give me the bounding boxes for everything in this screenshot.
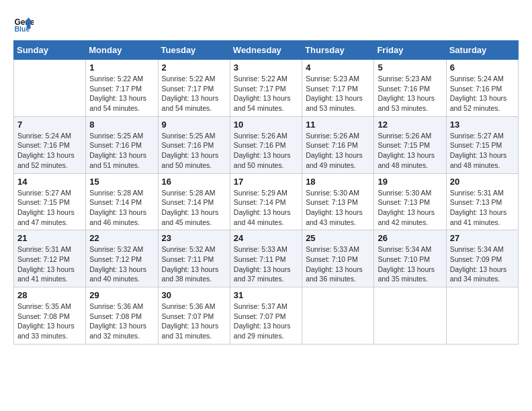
day-number: 19 xyxy=(378,177,442,187)
day-cell: 15 Sunrise: 5:28 AMSunset: 7:14 PMDaylig… xyxy=(86,173,158,230)
day-info: Sunrise: 5:26 AMSunset: 7:16 PMDaylight:… xyxy=(234,131,298,171)
day-info: Sunrise: 5:35 AMSunset: 7:08 PMDaylight:… xyxy=(17,302,82,341)
day-info: Sunrise: 5:24 AMSunset: 7:16 PMDaylight:… xyxy=(450,74,515,113)
day-number: 6 xyxy=(450,62,515,73)
day-info: Sunrise: 5:34 AMSunset: 7:09 PMDaylight:… xyxy=(450,244,515,284)
day-number: 12 xyxy=(378,120,442,130)
day-cell: 4 Sunrise: 5:23 AMSunset: 7:17 PMDayligh… xyxy=(302,60,374,117)
day-info: Sunrise: 5:22 AMSunset: 7:17 PMDaylight:… xyxy=(234,74,298,113)
day-info: Sunrise: 5:33 AMSunset: 7:11 PMDaylight:… xyxy=(234,244,298,284)
day-cell: 5 Sunrise: 5:23 AMSunset: 7:16 PMDayligh… xyxy=(374,60,446,117)
day-info: Sunrise: 5:36 AMSunset: 7:08 PMDaylight:… xyxy=(89,302,154,341)
day-number: 3 xyxy=(234,62,298,73)
day-info: Sunrise: 5:25 AMSunset: 7:16 PMDaylight:… xyxy=(89,131,154,171)
day-info: Sunrise: 5:22 AMSunset: 7:17 PMDaylight:… xyxy=(89,74,154,113)
day-number: 18 xyxy=(306,177,370,187)
day-cell xyxy=(302,287,374,345)
day-number: 5 xyxy=(378,62,442,73)
day-info: Sunrise: 5:23 AMSunset: 7:17 PMDaylight:… xyxy=(306,74,370,113)
day-number: 11 xyxy=(306,120,370,130)
day-cell: 18 Sunrise: 5:30 AMSunset: 7:13 PMDaylig… xyxy=(302,173,374,230)
day-cell: 10 Sunrise: 5:26 AMSunset: 7:16 PMDaylig… xyxy=(230,116,302,173)
weekday-header-wednesday: Wednesday xyxy=(230,41,302,60)
day-number: 23 xyxy=(162,233,226,243)
day-number: 8 xyxy=(89,120,154,130)
day-info: Sunrise: 5:27 AMSunset: 7:15 PMDaylight:… xyxy=(17,188,82,228)
day-info: Sunrise: 5:23 AMSunset: 7:16 PMDaylight:… xyxy=(378,74,442,113)
day-number: 13 xyxy=(450,120,515,130)
day-info: Sunrise: 5:30 AMSunset: 7:13 PMDaylight:… xyxy=(306,188,370,228)
day-cell: 11 Sunrise: 5:26 AMSunset: 7:16 PMDaylig… xyxy=(302,116,374,173)
week-row-1: 1 Sunrise: 5:22 AMSunset: 7:17 PMDayligh… xyxy=(14,60,519,117)
day-info: Sunrise: 5:30 AMSunset: 7:13 PMDaylight:… xyxy=(378,188,442,228)
logo-icon: General Blue xyxy=(13,13,34,34)
day-cell: 26 Sunrise: 5:34 AMSunset: 7:10 PMDaylig… xyxy=(374,230,446,287)
week-row-4: 21 Sunrise: 5:31 AMSunset: 7:12 PMDaylig… xyxy=(14,230,519,287)
day-number: 27 xyxy=(450,233,515,243)
day-info: Sunrise: 5:28 AMSunset: 7:14 PMDaylight:… xyxy=(89,188,154,228)
weekday-header-sunday: Sunday xyxy=(14,41,86,60)
day-number: 4 xyxy=(306,62,370,73)
calendar-table: SundayMondayTuesdayWednesdayThursdayFrid… xyxy=(13,40,519,345)
day-cell: 17 Sunrise: 5:29 AMSunset: 7:14 PMDaylig… xyxy=(230,173,302,230)
day-info: Sunrise: 5:34 AMSunset: 7:10 PMDaylight:… xyxy=(378,244,442,284)
weekday-header-saturday: Saturday xyxy=(446,41,518,60)
day-number: 21 xyxy=(17,233,82,243)
day-number: 29 xyxy=(89,290,154,300)
day-number: 2 xyxy=(162,62,226,73)
day-cell: 7 Sunrise: 5:24 AMSunset: 7:16 PMDayligh… xyxy=(14,116,86,173)
day-cell: 23 Sunrise: 5:32 AMSunset: 7:11 PMDaylig… xyxy=(158,230,230,287)
logo: General Blue xyxy=(13,13,34,34)
day-cell: 28 Sunrise: 5:35 AMSunset: 7:08 PMDaylig… xyxy=(14,287,86,345)
day-number: 9 xyxy=(162,120,226,130)
day-info: Sunrise: 5:26 AMSunset: 7:16 PMDaylight:… xyxy=(306,131,370,171)
day-cell: 3 Sunrise: 5:22 AMSunset: 7:17 PMDayligh… xyxy=(230,60,302,117)
day-number: 16 xyxy=(162,177,226,187)
day-cell xyxy=(446,287,518,345)
day-cell: 20 Sunrise: 5:31 AMSunset: 7:13 PMDaylig… xyxy=(446,173,518,230)
day-cell: 24 Sunrise: 5:33 AMSunset: 7:11 PMDaylig… xyxy=(230,230,302,287)
page-header: General Blue xyxy=(13,13,519,34)
day-info: Sunrise: 5:29 AMSunset: 7:14 PMDaylight:… xyxy=(234,188,298,228)
day-cell: 1 Sunrise: 5:22 AMSunset: 7:17 PMDayligh… xyxy=(86,60,158,117)
day-cell: 16 Sunrise: 5:28 AMSunset: 7:14 PMDaylig… xyxy=(158,173,230,230)
day-number: 14 xyxy=(17,177,82,187)
weekday-header-tuesday: Tuesday xyxy=(158,41,230,60)
day-number: 24 xyxy=(234,233,298,243)
weekday-header-monday: Monday xyxy=(86,41,158,60)
day-cell: 14 Sunrise: 5:27 AMSunset: 7:15 PMDaylig… xyxy=(14,173,86,230)
day-number: 17 xyxy=(234,177,298,187)
day-info: Sunrise: 5:22 AMSunset: 7:17 PMDaylight:… xyxy=(162,74,226,113)
day-cell: 9 Sunrise: 5:25 AMSunset: 7:16 PMDayligh… xyxy=(158,116,230,173)
day-cell: 27 Sunrise: 5:34 AMSunset: 7:09 PMDaylig… xyxy=(446,230,518,287)
day-info: Sunrise: 5:37 AMSunset: 7:07 PMDaylight:… xyxy=(234,302,298,341)
day-info: Sunrise: 5:27 AMSunset: 7:15 PMDaylight:… xyxy=(450,131,515,171)
day-cell: 25 Sunrise: 5:33 AMSunset: 7:10 PMDaylig… xyxy=(302,230,374,287)
day-cell: 6 Sunrise: 5:24 AMSunset: 7:16 PMDayligh… xyxy=(446,60,518,117)
day-cell: 2 Sunrise: 5:22 AMSunset: 7:17 PMDayligh… xyxy=(158,60,230,117)
weekday-header-row: SundayMondayTuesdayWednesdayThursdayFrid… xyxy=(14,41,519,60)
day-number: 25 xyxy=(306,233,370,243)
day-cell: 12 Sunrise: 5:26 AMSunset: 7:15 PMDaylig… xyxy=(374,116,446,173)
day-cell: 22 Sunrise: 5:32 AMSunset: 7:12 PMDaylig… xyxy=(86,230,158,287)
day-info: Sunrise: 5:25 AMSunset: 7:16 PMDaylight:… xyxy=(162,131,226,171)
week-row-5: 28 Sunrise: 5:35 AMSunset: 7:08 PMDaylig… xyxy=(14,287,519,345)
day-cell: 30 Sunrise: 5:36 AMSunset: 7:07 PMDaylig… xyxy=(158,287,230,345)
day-cell: 29 Sunrise: 5:36 AMSunset: 7:08 PMDaylig… xyxy=(86,287,158,345)
day-info: Sunrise: 5:33 AMSunset: 7:10 PMDaylight:… xyxy=(306,244,370,284)
day-info: Sunrise: 5:31 AMSunset: 7:12 PMDaylight:… xyxy=(17,244,82,284)
day-cell: 13 Sunrise: 5:27 AMSunset: 7:15 PMDaylig… xyxy=(446,116,518,173)
day-info: Sunrise: 5:28 AMSunset: 7:14 PMDaylight:… xyxy=(162,188,226,228)
day-info: Sunrise: 5:32 AMSunset: 7:12 PMDaylight:… xyxy=(89,244,154,284)
day-cell xyxy=(14,60,86,117)
day-number: 1 xyxy=(89,62,154,73)
day-cell: 31 Sunrise: 5:37 AMSunset: 7:07 PMDaylig… xyxy=(230,287,302,345)
day-cell xyxy=(374,287,446,345)
day-info: Sunrise: 5:24 AMSunset: 7:16 PMDaylight:… xyxy=(17,131,82,171)
day-cell: 8 Sunrise: 5:25 AMSunset: 7:16 PMDayligh… xyxy=(86,116,158,173)
weekday-header-thursday: Thursday xyxy=(302,41,374,60)
weekday-header-friday: Friday xyxy=(374,41,446,60)
day-number: 30 xyxy=(162,290,226,300)
day-info: Sunrise: 5:26 AMSunset: 7:15 PMDaylight:… xyxy=(378,131,442,171)
day-number: 10 xyxy=(234,120,298,130)
